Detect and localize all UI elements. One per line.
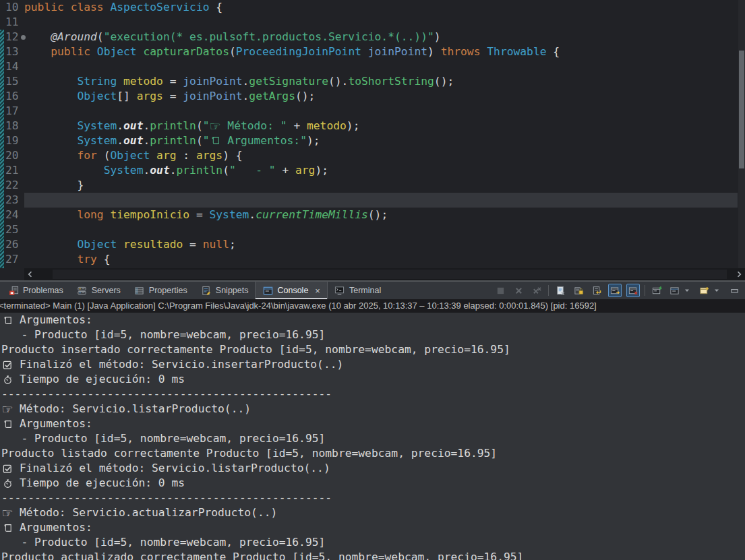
line-number: 22 [5,178,19,193]
tab-label: Snippets [216,286,249,295]
console-line-text: - Producto [id=5, nombre=webcam, precio=… [1,431,325,446]
editor-line-11[interactable]: 11 [0,15,745,30]
line-number: 24 [5,208,19,222]
line-number: 11 [5,15,19,30]
toolbar-separator [645,285,645,296]
minimize-icon [729,285,740,296]
remove-icon [513,285,524,296]
code-text: String metodo = joinPoint.getSignature()… [24,74,454,89]
caret-down-icon [682,285,692,296]
console-line-text: Método: Servicio.listarProducto(..) [20,402,251,416]
word-wrap-button[interactable] [590,284,603,297]
editor-line-23[interactable]: 23 [0,193,745,208]
show-stdout-toggle[interactable] [608,284,622,297]
tab-properties[interactable]: Properties [127,282,194,299]
editor-line-13[interactable]: 13 public Object capturarDatos(Proceedin… [0,44,745,59]
remove-launch-button[interactable] [512,284,525,297]
console-line: Argumentos: [0,520,745,535]
snippets-icon [201,285,212,296]
console-line: - Producto [id=5, nombre=webcam, precio=… [0,328,745,342]
line-number: 13 [5,44,19,59]
scroll-right-arrow-icon[interactable] [733,268,745,280]
check-icon [1,359,13,371]
tab-terminal[interactable]: Terminal [328,282,388,299]
pin-console-icon [651,285,662,296]
vertical-scrollbar-thumb[interactable] [739,51,744,168]
scroll-lock-button[interactable] [572,284,585,297]
editor-horizontal-scrollbar[interactable] [24,268,745,280]
console-line-text: Argumentos: [20,416,92,431]
show-stderr-toggle[interactable] [626,284,640,297]
console-line: Producto actualizado correctamente Produ… [0,550,745,560]
tab-label: Problemas [23,286,63,295]
scroll-left-arrow-icon[interactable] [24,268,36,280]
hand-icon: ☞ [1,403,13,415]
stop-icon [495,285,506,296]
console-line-text: Finalizó el método: Servicio.listarProdu… [20,461,330,476]
remove-all-terminated-button[interactable] [530,284,543,297]
close-icon[interactable]: × [315,286,320,296]
code-editor[interactable]: 10public class AspectoServicio {1112 @Ar… [0,0,745,268]
console-line-text: - Producto [id=5, nombre=webcam, precio=… [1,535,325,550]
toolbar-separator [548,285,549,296]
clear-console-button[interactable] [554,284,567,297]
console-line-text: - Producto [id=5, nombre=webcam, precio=… [1,328,325,342]
display-console-dropdown[interactable] [668,284,693,297]
console-line-text: Argumentos: [20,313,92,328]
editor-line-12[interactable]: 12 @Around("execution(* es.pulsoft.produ… [0,30,745,44]
tab-console[interactable]: Console× [255,282,327,299]
editor-vertical-scrollbar[interactable] [738,0,745,268]
console-line: Finalizó el método: Servicio.listarProdu… [0,461,745,476]
process-line-text: <terminated> Main (1) [Java Application]… [0,299,597,313]
console-line-text: Tiempo de ejecución: 0 ms [20,476,185,491]
editor-line-27[interactable]: 27 try { [0,252,745,267]
console-line: - Producto [id=5, nombre=webcam, precio=… [0,535,745,550]
console-line-text: Tiempo de ejecución: 0 ms [20,372,185,387]
console-line: ☞Método: Servicio.actualizarProducto(..) [0,505,745,520]
editor-line-10[interactable]: 10public class AspectoServicio { [0,0,745,15]
clear-console-icon [555,285,566,296]
tab-snippets[interactable]: Snippets [194,282,256,299]
editor-line-22[interactable]: 22 } [0,178,745,193]
minimize-button[interactable] [727,284,741,297]
line-number: 16 [5,89,19,104]
console-line-text: Producto insertado correctamente Product… [1,342,510,357]
editor-line-25[interactable]: 25 [0,222,745,237]
editor-line-24[interactable]: 24 long tiempoInicio = System.currentTim… [0,208,745,222]
pin-console-button[interactable] [650,284,663,297]
editor-line-21[interactable]: 21 System.out.println(" - " + arg); [0,163,745,178]
console-line: Tiempo de ejecución: 0 ms [0,372,745,387]
line-number: 14 [5,59,19,74]
tab-servers[interactable]: Servers [70,282,127,299]
note-icon [210,135,221,146]
line-number: 21 [5,163,19,178]
tab-problemas[interactable]: Problemas [1,282,70,299]
line-number: 20 [5,148,19,163]
editor-line-15[interactable]: 15 String metodo = joinPoint.getSignatur… [0,74,745,89]
console-icon [262,285,273,296]
editor-line-17[interactable]: 17 [0,104,745,119]
console-output[interactable]: Argumentos: - Producto [id=5, nombre=web… [0,313,745,560]
hand-icon: ☞ [210,121,221,132]
code-text: } [24,178,84,193]
note-icon [1,522,13,534]
console-out-icon [609,285,620,296]
console-line: ☞Método: Servicio.listarProducto(..) [0,402,745,416]
console-line: Tiempo de ejecución: 0 ms [0,476,745,491]
code-text: System.out.println(" Argumentos:"); [24,133,320,148]
code-text: try { [24,252,110,267]
check-icon [1,462,13,474]
horizontal-scrollbar-thumb[interactable] [53,270,727,279]
terminate-button[interactable] [494,284,507,297]
editor-line-26[interactable]: 26 Object resultado = null; [0,237,745,252]
servers-icon [77,285,88,296]
line-number: 17 [5,104,19,119]
open-console-icon [698,285,709,296]
editor-line-14[interactable]: 14 [0,59,745,74]
editor-line-20[interactable]: 20 for (Object arg : args) { [0,148,745,163]
editor-line-16[interactable]: 16 Object[] args = joinPoint.getArgs(); [0,89,745,104]
editor-line-19[interactable]: 19 System.out.println(" Argumentos:"); [0,133,745,148]
editor-line-18[interactable]: 18 System.out.println("☞ Método: " + met… [0,119,745,133]
open-console-dropdown[interactable] [698,284,723,297]
console-line-text: ----------------------------------------… [1,387,332,402]
